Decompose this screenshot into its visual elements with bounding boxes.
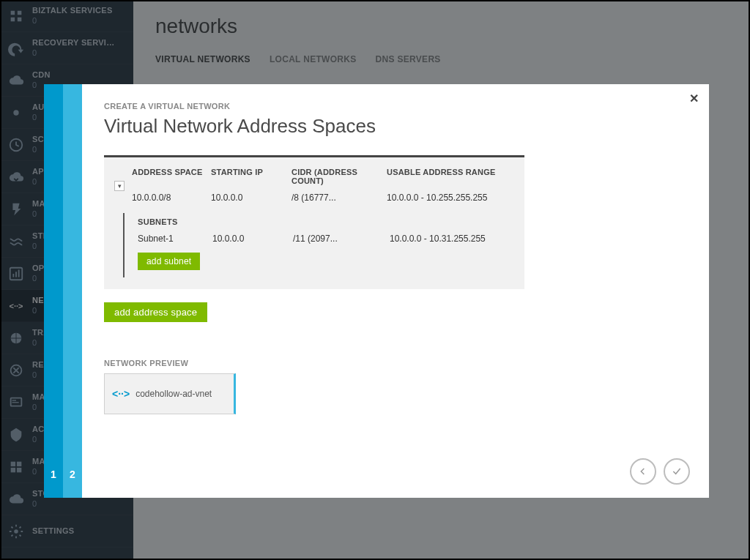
address-space-value[interactable]: 10.0.0.0/8 xyxy=(132,193,171,203)
close-icon[interactable]: ✕ xyxy=(689,92,699,105)
cidr-value[interactable]: /8 (16777... xyxy=(292,193,387,203)
add-subnet-button[interactable]: add subnet xyxy=(138,253,200,270)
table-header-row: ADDRESS SPACE STARTING IP CIDR (ADDRESS … xyxy=(111,165,514,190)
wizard-step-number-2[interactable]: 2 xyxy=(63,468,82,480)
network-preview-name: codehollow-ad-vnet xyxy=(135,389,212,399)
subnet-starting-ip[interactable]: 10.0.0.0 xyxy=(212,234,293,244)
subnets-header: SUBNETS xyxy=(138,217,514,226)
collapse-toggle-icon[interactable]: ▾ xyxy=(114,181,125,191)
breadcrumb: CREATE A VIRTUAL NETWORK xyxy=(104,102,687,111)
network-preview-label: NETWORK PREVIEW xyxy=(104,359,687,367)
wizard-step-rail-1: 1 xyxy=(44,84,63,498)
usable-range-value: 10.0.0.0 - 10.255.255.255 xyxy=(387,193,514,203)
starting-ip-value[interactable]: 10.0.0.0 xyxy=(211,193,292,203)
add-address-space-button[interactable]: add address space xyxy=(104,302,207,322)
wizard-modal: 1 2 ✕ CREATE A VIRTUAL NETWORK Virtual N… xyxy=(44,84,709,498)
header-starting-ip: STARTING IP xyxy=(211,168,292,185)
subnet-usable-range: 10.0.0.0 - 10.31.255.255 xyxy=(390,234,514,244)
wizard-body: ✕ CREATE A VIRTUAL NETWORK Virtual Netwo… xyxy=(82,84,709,498)
wizard-nav xyxy=(630,458,690,485)
header-cidr: CIDR (ADDRESS COUNT) xyxy=(292,168,387,185)
address-space-row: ▾ 10.0.0.0/8 10.0.0.0 /8 (16777... 10.0.… xyxy=(111,190,514,206)
vnet-icon: <··> xyxy=(112,388,130,400)
subnets-block: SUBNETS Subnet-1 10.0.0.0 /11 (2097... 1… xyxy=(123,213,514,277)
address-space-table: ADDRESS SPACE STARTING IP CIDR (ADDRESS … xyxy=(104,155,524,289)
subnet-name[interactable]: Subnet-1 xyxy=(138,234,212,244)
subnet-row: Subnet-1 10.0.0.0 /11 (2097... 10.0.0.0 … xyxy=(138,232,514,245)
header-address-space: ADDRESS SPACE xyxy=(111,168,211,185)
back-button[interactable] xyxy=(630,458,656,485)
arrow-left-icon xyxy=(637,466,649,477)
network-preview-box[interactable]: <··> codehollow-ad-vnet xyxy=(104,373,236,414)
wizard-title: Virtual Network Address Spaces xyxy=(104,115,687,138)
header-usable-range: USABLE ADDRESS RANGE xyxy=(387,168,514,185)
subnet-cidr[interactable]: /11 (2097... xyxy=(293,234,390,244)
check-icon xyxy=(671,466,683,477)
finish-button[interactable] xyxy=(664,458,690,485)
wizard-step-number-1[interactable]: 1 xyxy=(44,468,63,480)
wizard-step-rail-2: 2 xyxy=(63,84,82,498)
